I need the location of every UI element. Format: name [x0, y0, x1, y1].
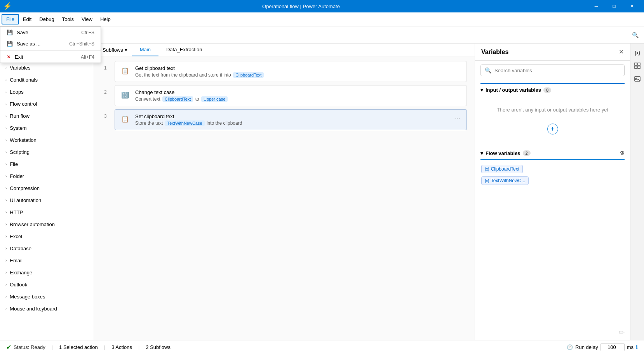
menu-debug[interactable]: Debug	[35, 15, 58, 24]
sidebar-item-scripting[interactable]: › Scripting	[0, 146, 93, 158]
sidebar-item-loops[interactable]: › Loops	[0, 86, 93, 98]
filter-icon[interactable]: ⚗	[620, 150, 625, 156]
menu-tools[interactable]: Tools	[58, 15, 78, 24]
tab-main[interactable]: Main	[132, 44, 158, 56]
status-text: Status: Ready	[14, 344, 45, 350]
sidebar-item-variables[interactable]: › Variables	[0, 62, 93, 74]
edit-icon[interactable]: ✏	[619, 328, 625, 337]
menu-file[interactable]: File	[2, 14, 19, 24]
var-chip-clipboard-text[interactable]: {x} ClipboardText	[481, 165, 523, 173]
clock-icon: 🕐	[567, 344, 573, 350]
run-delay-unit: ms	[627, 344, 634, 350]
status-ready: ✔ Status: Ready	[6, 344, 45, 351]
sidebar-item-exchange[interactable]: › Exchange	[0, 267, 93, 279]
var-chip-label-2: TextWithNewC...	[491, 178, 526, 183]
step-desc-1: Get the text from the clipboard and stor…	[135, 72, 462, 78]
panel-close-button[interactable]: ✕	[619, 48, 624, 56]
selected-action-count: 1 Selected action	[59, 344, 98, 350]
sidebar-item-file[interactable]: › File	[0, 158, 93, 170]
chevron-icon: ›	[5, 90, 7, 94]
images-panel-toggle[interactable]	[632, 73, 643, 85]
sidebar-item-flow-control[interactable]: › Flow control	[0, 98, 93, 110]
right-panel-icons: {x}	[630, 44, 644, 340]
save-as-menu-item[interactable]: 💾 Save as ... Ctrl+Shift+S	[0, 38, 101, 49]
sidebar-item-browser-automation[interactable]: › Browser automation	[0, 218, 93, 230]
menu-edit[interactable]: Edit	[19, 15, 35, 24]
tab-data-extraction[interactable]: Data_Extraction	[158, 44, 210, 56]
flow-variables-section-header[interactable]: ▾ Flow variables 2 ⚗	[475, 147, 630, 159]
step-content-1: Get clipboard text Get the text from the…	[135, 65, 462, 78]
subflows-button[interactable]: Subflows ▾	[98, 44, 132, 56]
step-number-1: 1	[104, 65, 107, 71]
sidebar-item-label: Browser automation	[10, 221, 55, 227]
sidebar-item-outlook[interactable]: › Outlook	[0, 279, 93, 291]
svg-rect-4	[638, 63, 640, 65]
step-context-menu-btn[interactable]: ⋯	[453, 113, 462, 124]
chevron-icon: ›	[5, 246, 7, 251]
variables-panel-toggle[interactable]: {x}	[632, 47, 643, 58]
chevron-icon: ›	[5, 234, 7, 239]
flow-canvas[interactable]: 1 📋 Get clipboard text Get the text from…	[93, 56, 475, 340]
sidebar-item-http[interactable]: › HTTP	[0, 206, 93, 218]
close-button[interactable]: ✕	[623, 0, 641, 12]
maximize-button[interactable]: □	[605, 0, 623, 12]
save-menu-item[interactable]: 💾 Save Ctrl+S	[0, 27, 101, 38]
save-shortcut: Ctrl+S	[81, 30, 94, 35]
panel-header: Variables ✕	[475, 44, 630, 61]
sidebar-item-label: Folder	[10, 173, 24, 179]
sidebar-item-mouse-keyboard[interactable]: › Mouse and keyboard	[0, 303, 93, 315]
sidebar-item-email[interactable]: › Email	[0, 255, 93, 267]
steps-wrapper: 1 📋 Get clipboard text Get the text from…	[101, 61, 467, 130]
menu-help[interactable]: Help	[96, 15, 115, 24]
input-output-label: Input / output variables	[486, 87, 541, 93]
run-delay-input[interactable]	[601, 344, 624, 351]
add-variable-button[interactable]: +	[547, 124, 558, 134]
chevron-icon: ›	[5, 66, 7, 70]
status-sep-3: |	[138, 344, 139, 350]
chevron-icon: ›	[5, 150, 7, 154]
sidebar-item-label: Workstation	[10, 137, 36, 143]
input-output-empty-text: There aren't any input or output variabl…	[480, 99, 625, 120]
flow-step-1[interactable]: 1 📋 Get clipboard text Get the text from…	[115, 61, 467, 82]
sidebar-item-label: Loops	[10, 89, 23, 95]
chevron-icon: ›	[5, 258, 7, 263]
status-sep-1: |	[52, 344, 53, 350]
menu-view[interactable]: View	[78, 15, 96, 24]
exit-menu-item[interactable]: ✕ Exit Alt+F4	[0, 51, 101, 63]
assets-panel-toggle[interactable]	[632, 60, 643, 71]
flow-step-3[interactable]: 3 📋 Set clipboard text Store the text Te…	[115, 109, 467, 130]
input-output-count-badge: 0	[543, 87, 551, 93]
sidebar-item-run-flow[interactable]: › Run flow	[0, 110, 93, 122]
save-icon: 💾	[7, 30, 13, 35]
file-dropdown-menu: 💾 Save Ctrl+S 💾 Save as ... Ctrl+Shift+S…	[0, 26, 101, 63]
step-desc-2: Convert text ClipboardText to Upper case	[135, 96, 462, 102]
sidebar-item-system[interactable]: › System	[0, 122, 93, 134]
flow-step-2[interactable]: 2 🔡 Change text case Convert text Clipbo…	[115, 85, 467, 106]
var-chip-text-with-new-case[interactable]: {x} TextWithNewC...	[481, 176, 529, 185]
flow-variables-content: {x} ClipboardText {x} TextWithNewC...	[475, 160, 630, 190]
menu-divider	[0, 50, 101, 51]
variables-search-box: 🔍	[480, 65, 625, 76]
input-output-content: There aren't any input or output variabl…	[475, 96, 630, 141]
search-icon: 🔍	[485, 67, 491, 73]
run-delay-label: Run delay	[575, 344, 598, 350]
sidebar-item-ui-automation[interactable]: › UI automation	[0, 194, 93, 206]
step-icon-1: 📋	[120, 65, 131, 76]
sidebar-item-excel[interactable]: › Excel	[0, 230, 93, 242]
minimize-button[interactable]: ─	[587, 0, 605, 12]
sidebar-item-compression[interactable]: › Compression	[0, 182, 93, 194]
exit-shortcut: Alt+F4	[81, 54, 94, 60]
sidebar-item-message-boxes[interactable]: › Message boxes	[0, 291, 93, 303]
input-output-section-header[interactable]: ▾ Input / output variables 0	[475, 84, 630, 96]
variables-search-input[interactable]	[494, 68, 620, 73]
sidebar-item-folder[interactable]: › Folder	[0, 170, 93, 182]
step-title-3: Set clipboard text	[135, 113, 448, 119]
sidebar-item-database[interactable]: › Database	[0, 242, 93, 255]
sidebar-item-conditionals[interactable]: › Conditionals	[0, 74, 93, 86]
step-title-2: Change text case	[135, 89, 462, 95]
sidebar-item-workstation[interactable]: › Workstation	[0, 134, 93, 146]
variables-panel: Variables ✕ 🔍 ▾ Input / output variables…	[475, 44, 630, 340]
sidebar-item-label: Flow control	[10, 101, 37, 107]
var-chip-icon-2: {x}	[485, 179, 489, 183]
search-toolbar-button[interactable]: 🔍	[629, 29, 641, 41]
